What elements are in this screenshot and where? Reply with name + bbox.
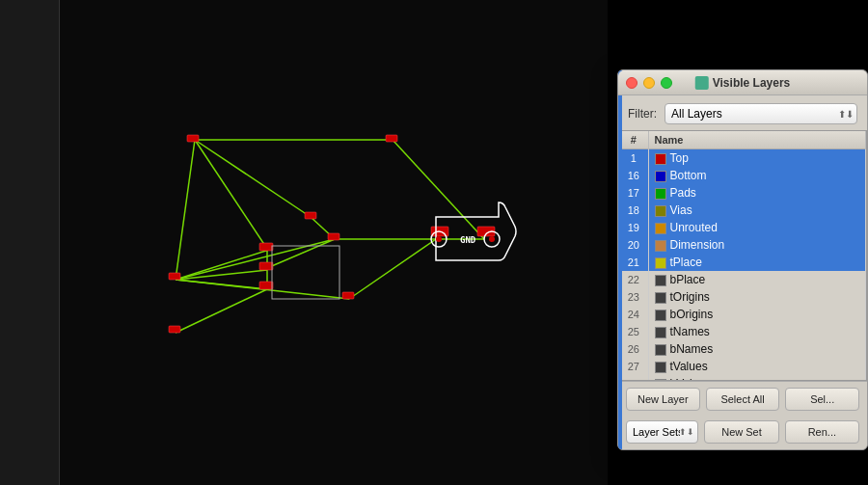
layer-color-swatch — [655, 205, 666, 217]
table-row[interactable]: 20Dimension — [619, 236, 866, 254]
panel-title: Visible Layers — [695, 76, 791, 90]
layer-num: 23 — [619, 288, 648, 306]
layer-num: 22 — [619, 271, 648, 288]
table-header-row: # Name — [619, 131, 866, 149]
filter-label: Filter: — [628, 107, 657, 121]
layer-color-swatch — [655, 310, 666, 321]
layer-name: Vias — [648, 202, 866, 219]
layers-table: # Name 1Top16Bottom17Pads18Vias19Unroute… — [619, 131, 866, 381]
table-row[interactable]: 25tNames — [619, 323, 866, 340]
filter-select-wrapper: All Layers Used Layers Signal Layers Cop… — [665, 103, 857, 124]
layer-name: Top — [648, 149, 866, 168]
layer-num: 27 — [619, 358, 648, 375]
layer-color-swatch — [655, 171, 666, 182]
layer-num: 17 — [619, 184, 648, 202]
layer-name: tValues — [648, 358, 866, 375]
svg-rect-27 — [169, 273, 180, 280]
filter-row: Filter: All Layers Used Layers Signal La… — [618, 95, 867, 130]
layer-num: 20 — [619, 236, 648, 254]
layer-sets-wrapper: Layer Sets ⬆⬇ — [626, 420, 698, 444]
layer-color-swatch — [655, 188, 666, 200]
layer-color-swatch — [655, 257, 666, 269]
bottom-buttons: New Layer Select All Sel... — [618, 381, 867, 417]
layer-num: 21 — [619, 254, 648, 271]
panel-accent — [618, 70, 622, 449]
layer-name: Bottom — [648, 167, 866, 184]
bottom-buttons-2: Layer Sets ⬆⬇ New Set Ren... — [618, 417, 867, 449]
new-set-button[interactable]: New Set — [704, 420, 778, 444]
maximize-button[interactable] — [661, 77, 672, 89]
pcb-canvas: GND — [60, 0, 608, 485]
svg-rect-0 — [60, 0, 608, 485]
select-none-button[interactable]: Sel... — [785, 388, 859, 411]
left-sidebar — [0, 0, 60, 485]
svg-point-32 — [436, 236, 442, 242]
layer-name: bNames — [648, 340, 866, 358]
layer-num: 18 — [619, 202, 648, 219]
layer-num: 1 — [619, 149, 648, 168]
filter-select[interactable]: All Layers Used Layers Signal Layers Cop… — [665, 103, 857, 124]
minimize-button[interactable] — [643, 77, 655, 89]
svg-rect-21 — [259, 262, 273, 270]
layer-name: Unrouted — [648, 219, 866, 236]
table-row[interactable]: 23tOrigins — [619, 288, 866, 306]
svg-rect-23 — [305, 212, 316, 219]
layer-name: tNames — [648, 323, 866, 340]
layer-name: tPlace — [648, 254, 866, 271]
table-row[interactable]: 24bOrigins — [619, 306, 866, 323]
table-row[interactable]: 19Unrouted — [619, 219, 866, 236]
layers-table-container: # Name 1Top16Bottom17Pads18Vias19Unroute… — [618, 130, 867, 381]
layer-num: 24 — [619, 306, 648, 323]
table-row[interactable]: 22bPlace — [619, 271, 866, 288]
svg-rect-22 — [259, 282, 273, 289]
layers-panel: Visible Layers Filter: All Layers Used L… — [617, 69, 868, 450]
layer-color-swatch — [655, 153, 666, 165]
layer-color-swatch — [655, 240, 666, 252]
layer-num: 26 — [619, 340, 648, 358]
layer-num: 16 — [619, 167, 648, 184]
rename-button[interactable]: Ren... — [785, 420, 859, 444]
layers-icon — [695, 76, 709, 90]
table-row[interactable]: 17Pads — [619, 184, 866, 202]
col-header-num: # — [619, 131, 648, 149]
layer-name: Pads — [648, 184, 866, 202]
layer-color-swatch — [655, 327, 666, 338]
layer-name: tOrigins — [648, 288, 866, 306]
table-row[interactable]: 27tValues — [619, 358, 866, 375]
layer-sets-select[interactable]: Layer Sets — [626, 420, 698, 444]
svg-rect-20 — [259, 243, 273, 251]
table-row[interactable]: 26bNames — [619, 340, 866, 358]
layer-color-swatch — [655, 223, 666, 234]
layer-color-swatch — [655, 275, 666, 286]
layers-tbody: 1Top16Bottom17Pads18Vias19Unrouted20Dime… — [619, 149, 866, 382]
new-layer-button[interactable]: New Layer — [626, 388, 700, 411]
col-header-name: Name — [648, 131, 866, 149]
layer-num: 19 — [619, 219, 648, 236]
svg-rect-26 — [187, 135, 199, 142]
svg-point-34 — [489, 236, 495, 242]
layer-name: Dimension — [648, 236, 866, 254]
table-row[interactable]: 21tPlace — [619, 254, 866, 271]
close-button[interactable] — [626, 77, 637, 89]
svg-text:GND: GND — [460, 235, 476, 245]
svg-rect-24 — [328, 233, 339, 240]
svg-rect-28 — [169, 326, 180, 333]
select-all-button[interactable]: Select All — [706, 388, 780, 411]
layer-color-swatch — [655, 292, 666, 304]
table-row[interactable]: 16Bottom — [619, 167, 866, 184]
layer-num: 25 — [619, 323, 648, 340]
svg-rect-25 — [342, 292, 354, 299]
panel-titlebar: Visible Layers — [618, 70, 867, 95]
layer-name: bPlace — [648, 271, 866, 288]
svg-rect-29 — [386, 135, 397, 142]
table-row[interactable]: 1Top — [619, 149, 866, 168]
layer-color-swatch — [655, 344, 666, 356]
layer-name: bOrigins — [648, 306, 866, 323]
layer-color-swatch — [655, 362, 666, 373]
table-row[interactable]: 18Vias — [619, 202, 866, 219]
